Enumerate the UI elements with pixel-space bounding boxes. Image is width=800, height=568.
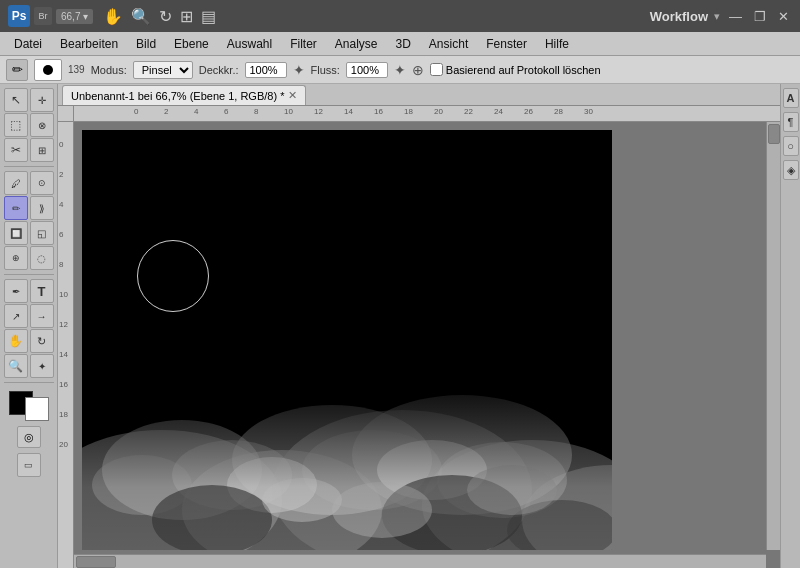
ruler-v-tick-12: 12 (59, 320, 68, 329)
ruler-h-tick-0: 0 (134, 107, 138, 116)
ruler-v-tick-18: 18 (59, 410, 68, 419)
slice-tool[interactable]: ⊞ (30, 138, 54, 162)
modus-label: Modus: (91, 64, 127, 76)
tool-row-4: 🖊 ⊙ (4, 171, 54, 195)
horizontal-scrollbar[interactable] (74, 554, 766, 568)
background-color[interactable] (25, 397, 49, 421)
zoom-tool[interactable]: 🔍 (4, 354, 28, 378)
menu-hilfe[interactable]: Hilfe (537, 35, 577, 53)
ruler-v-tick-6: 6 (59, 230, 63, 239)
tab-close-button[interactable]: ✕ (288, 89, 297, 102)
hand-tool[interactable]: ✋ (4, 329, 28, 353)
pen-tool[interactable]: ✒ (4, 279, 28, 303)
type-tool[interactable]: T (30, 279, 54, 303)
screen-mode-buttons: ▭ (17, 453, 41, 477)
blur-tool[interactable]: ⊕ (4, 246, 28, 270)
deckkr-input[interactable] (245, 62, 287, 78)
protokoll-checkbox-label[interactable]: Basierend auf Protokoll löschen (430, 63, 601, 76)
screen-mode-normal[interactable]: ▭ (17, 453, 41, 477)
fluss-input[interactable] (346, 62, 388, 78)
modus-dropdown[interactable]: Pinsel (133, 61, 193, 79)
fluss-pressure-icon[interactable]: ✦ (394, 62, 406, 78)
menu-bild[interactable]: Bild (128, 35, 164, 53)
vscroll-thumb[interactable] (768, 124, 780, 144)
path-select-tool[interactable]: ↗ (4, 304, 28, 328)
menu-filter[interactable]: Filter (282, 35, 325, 53)
document-tab[interactable]: Unbenannt-1 bei 66,7% (Ebene 1, RGB/8) *… (62, 85, 306, 105)
ruler-h-tick-26: 26 (524, 107, 533, 116)
tool-row-1: ↖ ✛ (4, 88, 54, 112)
extra-tool[interactable]: ✦ (30, 354, 54, 378)
brush-tool-icon[interactable]: ✏ (6, 59, 28, 81)
ruler-v-tick-20: 20 (59, 440, 68, 449)
hand-tool-icon[interactable]: ✋ (103, 7, 123, 26)
eyedropper-tool[interactable]: 🖊 (4, 171, 28, 195)
ruler-h-tick-6: 6 (224, 107, 228, 116)
zoom-level-button[interactable]: 66,7 ▾ (56, 9, 93, 24)
menu-bearbeiten[interactable]: Bearbeiten (52, 35, 126, 53)
deckkr-pressure-icon[interactable]: ✦ (293, 62, 305, 78)
crop-tool[interactable]: ✂ (4, 138, 28, 162)
title-bar-right: Workflow ▾ — ❐ ✕ (650, 9, 792, 24)
history-brush-tool[interactable]: ⟫ (30, 196, 54, 220)
shape-tool[interactable]: → (30, 304, 54, 328)
ruler-tool[interactable]: ⊙ (30, 171, 54, 195)
menu-fenster[interactable]: Fenster (478, 35, 535, 53)
airbrush-icon[interactable]: ⊕ (412, 62, 424, 78)
tool-sep-2 (4, 274, 54, 275)
zoom-tool-icon[interactable]: 🔍 (131, 7, 151, 26)
right-panel: A ¶ ○ ◈ (780, 84, 800, 568)
ruler-h-tick-8: 8 (254, 107, 258, 116)
lasso-tool[interactable]: ⊗ (30, 113, 54, 137)
main-area: ↖ ✛ ⬚ ⊗ ✂ ⊞ 🖊 ⊙ ✏ ⟫ 🔲 ◱ ⊕ ◌ ✒ (0, 84, 800, 568)
hscroll-thumb[interactable] (76, 556, 116, 568)
rotate-view-tool[interactable]: ↻ (30, 329, 54, 353)
ruler-h-tick-14: 14 (344, 107, 353, 116)
close-button[interactable]: ✕ (775, 9, 792, 24)
menu-ansicht[interactable]: Ansicht (421, 35, 476, 53)
protokoll-checkbox[interactable] (430, 63, 443, 76)
quick-mask-button[interactable]: ◎ (17, 426, 41, 448)
photoshop-icon: Ps (8, 5, 30, 27)
brush-size-label: 139 (68, 64, 85, 75)
brush-tool[interactable]: ✏ (4, 196, 28, 220)
artboard-tool[interactable]: ✛ (30, 88, 54, 112)
rotate-tool-icon[interactable]: ↻ (159, 7, 172, 26)
fill-tool[interactable]: ◱ (30, 221, 54, 245)
tool-sep-3 (4, 382, 54, 383)
menu-datei[interactable]: Datei (6, 35, 50, 53)
vertical-ruler: 0 2 4 6 8 10 12 14 16 18 20 (58, 122, 74, 568)
move-tool[interactable]: ↖ (4, 88, 28, 112)
workspace-dropdown-icon[interactable]: ▾ (714, 10, 720, 23)
menu-3d[interactable]: 3D (388, 35, 419, 53)
vertical-scrollbar[interactable] (766, 122, 780, 550)
minimize-button[interactable]: — (726, 9, 745, 24)
right-para-tool[interactable]: ¶ (783, 112, 799, 132)
ruler-h-tick-30: 30 (584, 107, 593, 116)
menu-analyse[interactable]: Analyse (327, 35, 386, 53)
canvas-area: Unbenannt-1 bei 66,7% (Ebene 1, RGB/8) *… (58, 84, 780, 568)
canvas-content[interactable] (74, 122, 780, 568)
ruler-v-tick-16: 16 (59, 380, 68, 389)
options-bar: ✏ 139 Modus: Pinsel Deckkr.: ✦ Fluss: ✦ … (0, 56, 800, 84)
right-text-tool[interactable]: A (783, 88, 799, 108)
bridge-icon[interactable]: Br (34, 7, 52, 25)
tool-row-3: ✂ ⊞ (4, 138, 54, 162)
menu-auswahl[interactable]: Auswahl (219, 35, 280, 53)
svg-rect-22 (82, 130, 612, 550)
dodge-tool[interactable]: ◌ (30, 246, 54, 270)
restore-button[interactable]: ❐ (751, 9, 769, 24)
right-circle-tool[interactable]: ○ (783, 136, 799, 156)
rect-select-tool[interactable]: ⬚ (4, 113, 28, 137)
ruler-v-tick-14: 14 (59, 350, 68, 359)
menu-ebene[interactable]: Ebene (166, 35, 217, 53)
ruler-v-tick-0: 0 (59, 140, 63, 149)
layout-icon[interactable]: ▤ (201, 7, 216, 26)
canvas-image[interactable] (82, 130, 612, 550)
tool-row-2: ⬚ ⊗ (4, 113, 54, 137)
eraser-tool[interactable]: 🔲 (4, 221, 28, 245)
ruler-h-tick-4: 4 (194, 107, 198, 116)
right-layers-tool[interactable]: ◈ (783, 160, 799, 180)
brush-preview[interactable] (34, 59, 62, 81)
grid-view-icon[interactable]: ⊞ (180, 7, 193, 26)
